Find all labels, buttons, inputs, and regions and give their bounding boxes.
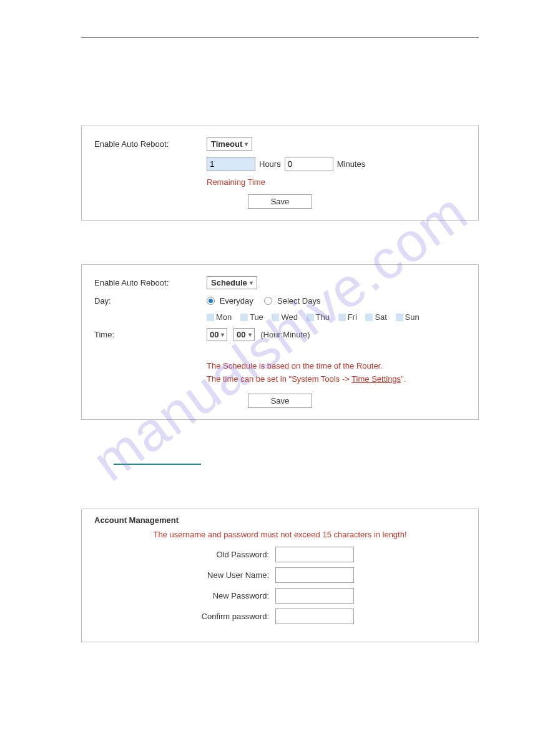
chevron-down-icon: ▾ <box>250 279 253 286</box>
confirm-password-input[interactable] <box>275 609 354 624</box>
note2-suffix: ". <box>401 374 406 384</box>
note2-prefix: The time can be set in "System Tools -> <box>207 374 351 384</box>
checkbox-thu[interactable] <box>307 314 314 321</box>
account-warning: The username and password must not excee… <box>94 530 466 539</box>
mode-select-timeout[interactable]: Timeout ▾ <box>207 137 252 151</box>
section-link-underline <box>114 464 201 465</box>
checkbox-fri[interactable] <box>338 314 346 321</box>
day-mon: Mon <box>216 312 232 322</box>
checkbox-tue[interactable] <box>240 314 248 321</box>
save-button-2[interactable]: Save <box>248 394 313 408</box>
day-sat: Sat <box>375 312 387 322</box>
account-title: Account Management <box>94 515 466 525</box>
day-label: Day: <box>94 296 207 306</box>
minute-select[interactable]: 00 ▾ <box>233 328 254 341</box>
radio-everyday[interactable] <box>207 297 215 305</box>
minutes-label: Minutes <box>337 159 366 169</box>
hour-select[interactable]: 00 ▾ <box>207 328 227 341</box>
old-password-label: Old Password: <box>94 550 275 559</box>
hour-value: 00 <box>210 330 219 339</box>
enable-auto-reboot-label-2: Enable Auto Reboot: <box>94 278 207 287</box>
confirm-password-label: Confirm password: <box>94 612 275 621</box>
new-password-label: New Password: <box>94 591 275 600</box>
minutes-input[interactable] <box>285 157 333 171</box>
checkbox-sat[interactable] <box>365 314 373 321</box>
radio-everyday-label: Everyday <box>220 296 253 306</box>
day-fri: Fri <box>348 312 357 322</box>
old-password-input[interactable] <box>275 547 354 562</box>
day-tue: Tue <box>250 312 263 322</box>
radio-select-days-label: Select Days <box>277 296 320 306</box>
new-password-input[interactable] <box>275 588 354 604</box>
time-label: Time: <box>94 330 207 339</box>
enable-auto-reboot-label: Enable Auto Reboot: <box>94 139 207 149</box>
hours-input[interactable] <box>207 157 255 171</box>
checkbox-sun[interactable] <box>396 314 403 321</box>
mode-select-value: Timeout <box>211 139 242 149</box>
mode-select-schedule[interactable]: Schedule ▾ <box>207 276 257 289</box>
top-divider <box>81 37 479 38</box>
day-thu: Thu <box>316 312 330 322</box>
remaining-time-text: Remaining Time <box>207 177 466 187</box>
minute-value: 00 <box>237 330 245 339</box>
time-settings-link[interactable]: Time Settings <box>351 374 401 384</box>
mode-select-value-2: Schedule <box>211 278 247 287</box>
chevron-down-icon: ▾ <box>248 331 252 338</box>
radio-select-days[interactable] <box>264 297 272 305</box>
auto-reboot-schedule-panel: Enable Auto Reboot: Schedule ▾ Day: Ever… <box>81 264 479 420</box>
schedule-note-1: The Schedule is based on the time of the… <box>207 360 466 373</box>
time-hint: (Hour:Minute) <box>260 330 310 339</box>
auto-reboot-timeout-panel: Enable Auto Reboot: Timeout ▾ Hours Minu… <box>81 126 479 221</box>
day-wed: Wed <box>281 312 298 322</box>
chevron-down-icon: ▾ <box>245 141 248 147</box>
schedule-note-2: The time can be set in "System Tools -> … <box>207 373 466 386</box>
account-management-panel: Account Management The username and pass… <box>81 509 479 642</box>
chevron-down-icon: ▾ <box>221 331 224 338</box>
checkbox-mon[interactable] <box>207 314 214 321</box>
hours-label: Hours <box>259 159 281 169</box>
day-sun: Sun <box>405 312 420 322</box>
checkbox-wed[interactable] <box>272 314 279 321</box>
save-button[interactable]: Save <box>248 194 313 209</box>
new-username-label: New User Name: <box>94 570 275 580</box>
new-username-input[interactable] <box>275 567 354 583</box>
